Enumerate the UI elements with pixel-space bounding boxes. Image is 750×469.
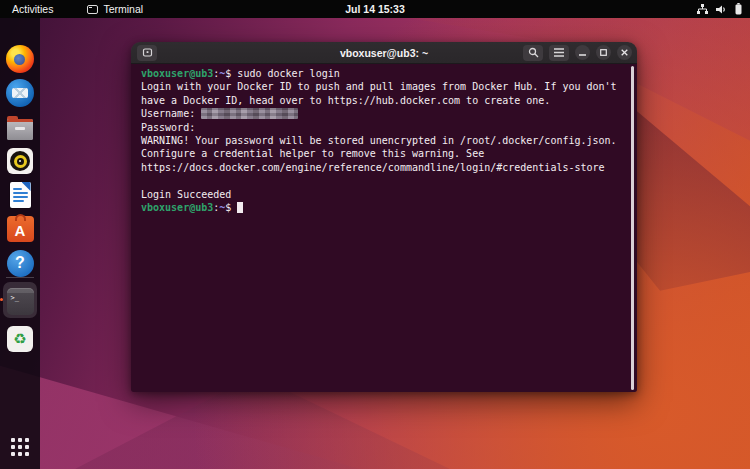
rhythmbox-icon xyxy=(7,148,33,174)
titlebar[interactable]: vboxuser@ub3: ~ xyxy=(131,42,637,64)
system-status-area[interactable] xyxy=(697,0,742,18)
thunderbird-icon xyxy=(6,79,34,107)
terminal-body[interactable]: vboxuser@ub3:~$ sudo docker loginLogin w… xyxy=(131,64,637,392)
show-applications-button[interactable] xyxy=(11,438,29,456)
clock[interactable]: Jul 14 15:33 xyxy=(345,0,405,18)
trash-icon: ♻ xyxy=(7,326,33,352)
scrollbar[interactable] xyxy=(631,66,634,390)
focused-app-label: Terminal xyxy=(103,3,143,15)
dock-item-files[interactable] xyxy=(5,114,35,144)
top-bar: Activities Terminal Jul 14 15:33 xyxy=(0,0,750,18)
dock: A ? >_ ♻ xyxy=(0,18,40,469)
dock-item-trash[interactable]: ♻ xyxy=(5,324,35,354)
dock-item-ubuntu-software[interactable]: A xyxy=(5,214,35,244)
terminal-icon: >_ xyxy=(7,288,34,315)
running-indicator-dot xyxy=(0,298,3,301)
help-icon: ? xyxy=(7,250,34,277)
dock-item-thunderbird[interactable] xyxy=(5,78,35,108)
dock-item-help[interactable]: ? xyxy=(5,248,35,278)
dock-item-libreoffice-writer[interactable] xyxy=(5,180,35,210)
terminal-app-icon xyxy=(87,5,98,14)
redacted-username xyxy=(201,108,298,119)
activities-button[interactable]: Activities xyxy=(0,0,65,18)
ubuntu-software-icon: A xyxy=(7,216,34,242)
terminal-window: vboxuser@ub3: ~ xyxy=(131,42,637,392)
terminal-cursor xyxy=(237,202,243,213)
volume-icon xyxy=(716,4,727,15)
network-icon xyxy=(697,4,708,15)
battery-icon xyxy=(735,3,742,15)
new-tab-button[interactable] xyxy=(137,45,157,61)
search-button[interactable] xyxy=(523,45,543,61)
focused-app-indicator[interactable]: Terminal xyxy=(87,3,143,15)
dock-item-terminal[interactable]: >_ xyxy=(5,286,35,316)
libreoffice-writer-icon xyxy=(10,182,31,208)
close-button[interactable] xyxy=(617,45,632,60)
dock-separator xyxy=(6,277,34,278)
terminal-output: vboxuser@ub3:~$ sudo docker loginLogin w… xyxy=(141,67,625,392)
maximize-button[interactable] xyxy=(596,45,611,60)
firefox-icon xyxy=(6,45,34,73)
menu-button[interactable] xyxy=(549,45,569,61)
dock-item-rhythmbox[interactable] xyxy=(5,146,35,176)
dock-item-firefox[interactable] xyxy=(5,44,35,74)
files-icon xyxy=(7,119,33,140)
minimize-button[interactable] xyxy=(575,45,590,60)
